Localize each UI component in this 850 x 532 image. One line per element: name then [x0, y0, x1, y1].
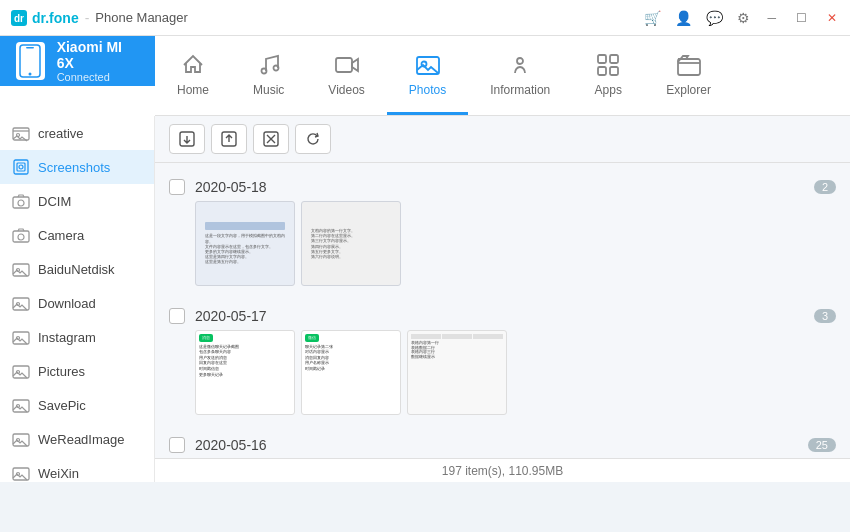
- title-separator: -: [85, 10, 90, 26]
- sidebar-item-camera[interactable]: Camera: [0, 218, 154, 252]
- export-icon: [220, 130, 238, 148]
- date-count-2020-05-17: 3: [814, 309, 836, 323]
- svg-point-6: [273, 66, 278, 71]
- close-button[interactable]: ✕: [824, 11, 840, 25]
- app-title: Phone Manager: [95, 10, 188, 25]
- date-count-2020-05-18: 2: [814, 180, 836, 194]
- import-button[interactable]: [169, 124, 205, 154]
- date-label-2020-05-16: 2020-05-16: [195, 437, 798, 453]
- sidebar-item-dcim[interactable]: DCIM: [0, 184, 154, 218]
- svg-rect-11: [598, 55, 606, 63]
- tab-videos-label: Videos: [328, 83, 364, 97]
- sidebar-item-screenshots[interactable]: Screenshots: [0, 150, 154, 184]
- thumbnail-item[interactable]: 微信 聊天记录第二张 对话内容显示 消息回复内容 用户名称显示 时间戳记录: [301, 330, 401, 415]
- photo-icon-download: [12, 294, 30, 312]
- photo-icon-weixin: [12, 464, 30, 482]
- sidebar-label-instagram: Instagram: [38, 330, 96, 345]
- tab-music[interactable]: Music: [231, 36, 306, 115]
- tab-information[interactable]: Information: [468, 36, 572, 115]
- date-header-2020-05-16: 2020-05-16 25: [169, 431, 836, 458]
- svg-rect-29: [13, 332, 29, 344]
- chat-icon[interactable]: 💬: [706, 10, 723, 26]
- sidebar-item-creative[interactable]: creative: [0, 116, 154, 150]
- sidebar-item-baidunetdisk[interactable]: BaiduNetdisk: [0, 252, 154, 286]
- minimize-button[interactable]: ─: [764, 11, 779, 25]
- thumbnail-item[interactable]: 这是一段文字内容，用于模拟截图中的文档内容。 文件内容显示在这里，包含多行文字。…: [195, 201, 295, 286]
- svg-rect-27: [13, 298, 29, 310]
- home-icon: [179, 51, 207, 79]
- tab-videos[interactable]: Videos: [306, 36, 386, 115]
- date-label-2020-05-18: 2020-05-18: [195, 179, 804, 195]
- drfone-logo-icon: dr: [10, 9, 28, 27]
- logo-text: dr.fone: [32, 10, 79, 26]
- date-checkbox-2020-05-18[interactable]: [169, 179, 185, 195]
- restore-button[interactable]: ☐: [793, 11, 810, 25]
- sidebar-item-weixin[interactable]: WeiXin: [0, 456, 154, 482]
- photo-icon-pictures: [12, 362, 30, 380]
- tab-photos-label: Photos: [409, 83, 446, 97]
- gallery: 2020-05-18 2 这是一段文字内容，用于模拟截图中的文档内容。 文件内容…: [155, 163, 850, 458]
- svg-point-10: [517, 58, 523, 64]
- photo-icon-instagram: [12, 328, 30, 346]
- sidebar-label-dcim: DCIM: [38, 194, 71, 209]
- device-info: Xiaomi MI 6X Connected: [57, 39, 139, 83]
- settings-icon[interactable]: ⚙: [737, 10, 750, 26]
- sidebar-item-savepic[interactable]: SavePic: [0, 388, 154, 422]
- folder-photo-icon: [12, 124, 30, 142]
- date-group-2020-05-16: 2020-05-16 25 活动通知 限时特惠 内容详情在此处: [169, 431, 836, 458]
- tab-apps-label: Apps: [595, 83, 622, 97]
- tab-music-label: Music: [253, 83, 284, 97]
- svg-rect-18: [14, 160, 28, 174]
- apps-icon: [594, 51, 622, 79]
- date-checkbox-2020-05-17[interactable]: [169, 308, 185, 324]
- thumbnails-2020-05-17: 消息 这是微信聊天记录截图 包含多条聊天内容 用户发送的消息 回复内容在这里 时…: [195, 330, 836, 415]
- camera-icon-dcim: [12, 192, 30, 210]
- delete-icon: [262, 130, 280, 148]
- photo-icon-wereadimage: [12, 430, 30, 448]
- thumbnail-item[interactable]: 表格内容第一行 表格数据二行 表格内容三行 数据继续显示: [407, 330, 507, 415]
- sidebar-item-pictures[interactable]: Pictures: [0, 354, 154, 388]
- cart-icon[interactable]: 🛒: [644, 10, 661, 26]
- tab-home-label: Home: [177, 83, 209, 97]
- thumbnail-item[interactable]: 消息 这是微信聊天记录截图 包含多条聊天内容 用户发送的消息 回复内容在这里 时…: [195, 330, 295, 415]
- tab-home[interactable]: Home: [155, 36, 231, 115]
- titlebar: dr dr.fone - Phone Manager 🛒 👤 💬 ⚙ ─ ☐ ✕: [0, 0, 850, 36]
- svg-point-22: [18, 200, 24, 206]
- app-logo: dr dr.fone: [10, 9, 79, 27]
- sidebar-item-download[interactable]: Download: [0, 286, 154, 320]
- delete-button[interactable]: [253, 124, 289, 154]
- tab-apps[interactable]: Apps: [572, 36, 644, 115]
- music-icon: [255, 51, 283, 79]
- svg-rect-31: [13, 366, 29, 378]
- svg-point-24: [18, 234, 24, 240]
- export-button[interactable]: [211, 124, 247, 154]
- titlebar-controls: 🛒 👤 💬 ⚙ ─ ☐ ✕: [644, 10, 840, 26]
- sidebar-item-instagram[interactable]: Instagram: [0, 320, 154, 354]
- thumbnail-item[interactable]: 文档内容的第一行文字。 第二行内容在这里显示。 第三行文字内容显示。 第四行内容…: [301, 201, 401, 286]
- svg-rect-3: [26, 47, 34, 49]
- titlebar-left: dr dr.fone - Phone Manager: [10, 9, 188, 27]
- sidebar-label-download: Download: [38, 296, 96, 311]
- status-bar: 197 item(s), 110.95MB: [155, 458, 850, 482]
- date-header-2020-05-18: 2020-05-18 2: [169, 173, 836, 201]
- sidebar-item-wereadimage[interactable]: WeReadImage: [0, 422, 154, 456]
- date-header-2020-05-17: 2020-05-17 3: [169, 302, 836, 330]
- refresh-button[interactable]: [295, 124, 331, 154]
- import-icon: [178, 130, 196, 148]
- sidebar-label-baidunetdisk: BaiduNetdisk: [38, 262, 115, 277]
- sidebar-label-weixin: WeiXin: [38, 466, 79, 481]
- user-icon[interactable]: 👤: [675, 10, 692, 26]
- information-icon: [506, 51, 534, 79]
- tab-explorer-label: Explorer: [666, 83, 711, 97]
- svg-point-5: [261, 69, 266, 74]
- device-icon: [16, 42, 45, 80]
- date-checkbox-2020-05-16[interactable]: [169, 437, 185, 453]
- svg-rect-15: [678, 59, 700, 75]
- tab-photos[interactable]: Photos: [387, 36, 468, 115]
- photo-icon-savepic: [12, 396, 30, 414]
- sidebar-label-creative: creative: [38, 126, 84, 141]
- tab-explorer[interactable]: Explorer: [644, 36, 733, 115]
- svg-rect-14: [610, 67, 618, 75]
- svg-rect-35: [13, 434, 29, 446]
- device-status: Connected: [57, 71, 139, 83]
